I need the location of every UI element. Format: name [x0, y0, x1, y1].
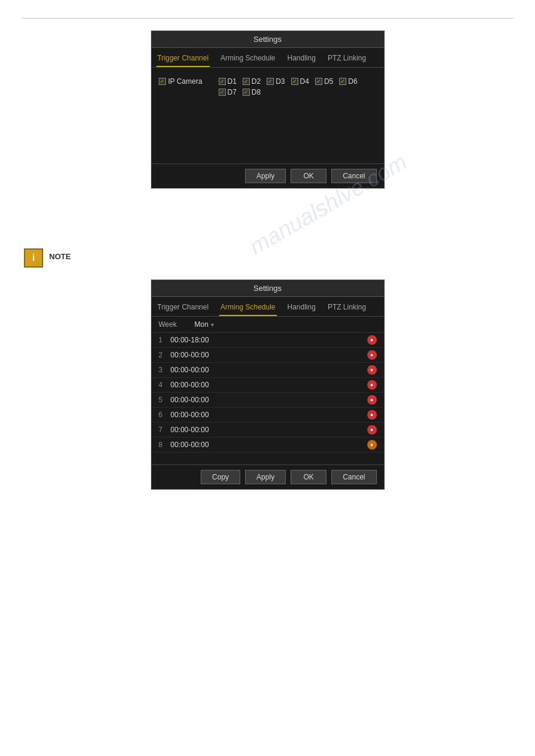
settings-dialog-1: Settings Trigger Channel Arming Schedule…	[151, 31, 385, 189]
ip-camera-checkbox[interactable]	[159, 78, 166, 85]
channel-d3[interactable]: D3	[267, 77, 285, 86]
channel-d5[interactable]: D5	[315, 77, 333, 86]
dialog2-cancel-button[interactable]: Cancel	[331, 470, 376, 484]
row-delete-1[interactable]: ●	[367, 335, 377, 345]
d8-label: D8	[252, 88, 261, 96]
row-num-4: 4	[159, 381, 171, 389]
note-section: i NOTE	[0, 236, 535, 280]
week-selector-row[interactable]: Week Mon ▾	[152, 317, 384, 333]
week-value: Mon	[195, 320, 208, 329]
d1-label: D1	[228, 77, 237, 86]
d3-label: D3	[276, 77, 285, 86]
tab-arming-schedule-2[interactable]: Arming Schedule	[219, 300, 276, 316]
dialog2-footer: Copy Apply OK Cancel	[152, 464, 384, 489]
settings-dialog-2: Settings Trigger Channel Arming Schedule…	[151, 280, 385, 490]
d4-checkbox[interactable]	[291, 78, 298, 85]
tab-handling-1[interactable]: Handling	[286, 51, 317, 67]
week-dropdown[interactable]: Mon ▾	[195, 320, 214, 329]
tab-ptz-linking-1[interactable]: PTZ Linking	[327, 51, 367, 67]
d2-checkbox[interactable]	[243, 78, 250, 85]
dialog2-body: Week Mon ▾ 100:00-18:00●200:00-00:00●300…	[152, 317, 384, 453]
channel-d1[interactable]: D1	[219, 77, 237, 86]
schedule-row-4: 400:00-00:00●	[152, 378, 384, 393]
d7-label: D7	[228, 88, 237, 96]
channel-d8[interactable]: D8	[243, 88, 261, 96]
schedule-row-3: 300:00-00:00●	[152, 363, 384, 378]
d4-label: D4	[300, 77, 309, 86]
trigger-channel-row: IP Camera D1 D2	[159, 74, 377, 100]
dialog1-apply-button[interactable]: Apply	[245, 169, 286, 183]
schedule-row-2: 200:00-00:00●	[152, 348, 384, 363]
channel-d6[interactable]: D6	[339, 77, 357, 86]
dialog2-tabs: Trigger Channel Arming Schedule Handling…	[152, 297, 384, 317]
row-time-4: 00:00-00:00	[171, 381, 367, 389]
row-num-7: 7	[159, 426, 171, 434]
dialog2-copy-button[interactable]: Copy	[201, 470, 240, 484]
row-num-6: 6	[159, 411, 171, 419]
row-num-8: 8	[159, 441, 171, 449]
row-delete-6[interactable]: ●	[367, 410, 377, 420]
d3-checkbox[interactable]	[267, 78, 274, 85]
d7-checkbox[interactable]	[219, 89, 226, 96]
top-divider	[22, 18, 513, 19]
row-num-1: 1	[159, 336, 171, 344]
d1-checkbox[interactable]	[219, 78, 226, 85]
dialog1-title: Settings	[152, 31, 384, 48]
row-time-2: 00:00-00:00	[171, 351, 367, 359]
d6-checkbox[interactable]	[339, 78, 346, 85]
tab-trigger-channel-1[interactable]: Trigger Channel	[156, 51, 210, 67]
tab-arming-schedule-1[interactable]: Arming Schedule	[219, 51, 276, 67]
schedule-row-1: 100:00-18:00●	[152, 333, 384, 348]
schedule-row-5: 500:00-00:00●	[152, 393, 384, 408]
note-label: NOTE	[49, 248, 71, 261]
dialog1-tabs: Trigger Channel Arming Schedule Handling…	[152, 48, 384, 68]
row-num-3: 3	[159, 366, 171, 374]
dialog1-body: IP Camera D1 D2	[152, 68, 384, 163]
dialog2-apply-button[interactable]: Apply	[245, 470, 286, 484]
row-num-5: 5	[159, 396, 171, 404]
d5-checkbox[interactable]	[315, 78, 322, 85]
dialog1-ok-button[interactable]: OK	[291, 169, 327, 183]
dialog2-spacer	[152, 453, 384, 464]
channel-d7[interactable]: D7	[219, 88, 237, 96]
tab-ptz-linking-2[interactable]: PTZ Linking	[327, 300, 367, 316]
channel-d4[interactable]: D4	[291, 77, 309, 86]
row-delete-3[interactable]: ●	[367, 365, 377, 375]
row-delete-2[interactable]: ●	[367, 350, 377, 360]
dialog1-cancel-button[interactable]: Cancel	[331, 169, 376, 183]
row-delete-4[interactable]: ●	[367, 380, 377, 390]
ip-camera-option[interactable]: IP Camera	[159, 77, 213, 86]
row-delete-5[interactable]: ●	[367, 395, 377, 405]
d6-label: D6	[348, 77, 357, 86]
row-time-3: 00:00-00:00	[171, 366, 367, 374]
ip-camera-label-text: IP Camera	[168, 77, 202, 86]
row-time-7: 00:00-00:00	[171, 426, 367, 434]
d8-checkbox[interactable]	[243, 89, 250, 96]
d2-label: D2	[252, 77, 261, 86]
row-time-5: 00:00-00:00	[171, 396, 367, 404]
tab-trigger-channel-2[interactable]: Trigger Channel	[156, 300, 210, 316]
schedule-row-7: 700:00-00:00●	[152, 423, 384, 438]
dialog1-footer: Apply OK Cancel	[152, 163, 384, 188]
note-icon-text: i	[32, 253, 35, 263]
tab-handling-2[interactable]: Handling	[286, 300, 317, 316]
section-gap-1: manualshlve.com	[0, 189, 535, 236]
schedule-rows-container: 100:00-18:00●200:00-00:00●300:00-00:00●4…	[152, 333, 384, 453]
week-label: Week	[159, 320, 195, 329]
note-icon: i	[24, 248, 43, 268]
channels-row-1: D1 D2 D3 D4	[219, 77, 358, 86]
chevron-down-icon: ▾	[211, 321, 214, 328]
channels-grid: D1 D2 D3 D4	[219, 77, 358, 96]
row-time-8: 00:00-00:00	[171, 441, 367, 449]
row-delete-8[interactable]: ●	[367, 440, 377, 450]
row-delete-7[interactable]: ●	[367, 425, 377, 435]
row-time-6: 00:00-00:00	[171, 411, 367, 419]
dialog2-title: Settings	[152, 280, 384, 297]
row-time-1: 00:00-18:00	[171, 336, 367, 344]
channel-d2[interactable]: D2	[243, 77, 261, 86]
dialog2-ok-button[interactable]: OK	[291, 470, 327, 484]
schedule-row-6: 600:00-00:00●	[152, 408, 384, 423]
d5-label: D5	[324, 77, 333, 86]
page-container: Settings Trigger Channel Arming Schedule…	[0, 0, 535, 756]
channels-row-2: D7 D8	[219, 88, 358, 96]
